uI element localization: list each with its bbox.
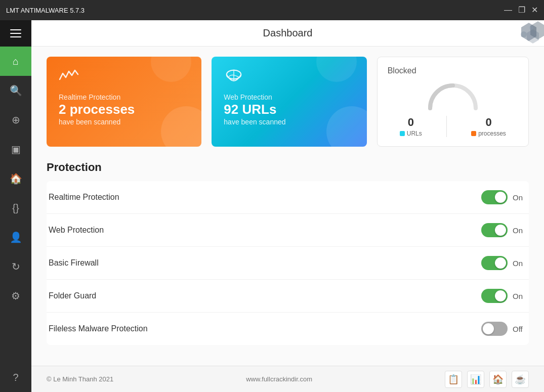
processes-dot [471, 131, 476, 136]
blocked-processes-label: processes [471, 130, 506, 137]
search-icon: 🔍 [10, 84, 22, 97]
footer-copyright: © Le Minh Thanh 2021 [47, 375, 113, 383]
footer: © Le Minh Thanh 2021 www.fullcrackindir.… [31, 366, 544, 392]
protection-realtime-name: Realtime Protection [49, 193, 119, 202]
page-title: Dashboard [263, 27, 313, 39]
sidebar-item-help[interactable]: ? [0, 363, 31, 392]
realtime-label: Realtime Protection [59, 93, 189, 101]
protection-web-name: Web Protection [49, 226, 104, 235]
sidebar-nav: ⌂ 🔍 ⊕ ▣ 🏠 {} 👤 ↻ ⚙ [0, 47, 31, 363]
svg-point-4 [529, 26, 533, 30]
title-bar: LMT ANTIMALWARE 5.7.3 — ❐ ✕ [0, 0, 544, 20]
user-icon: 👤 [10, 231, 22, 243]
sidebar: ⌂ 🔍 ⊕ ▣ 🏠 {} 👤 ↻ ⚙ [0, 20, 31, 392]
sidebar-item-settings[interactable]: ⚙ [0, 281, 31, 311]
footer-icons: 📋 📊 🏠 ☕ [445, 371, 529, 388]
header-decoration [478, 20, 544, 47]
sidebar-item-code[interactable]: {} [0, 193, 31, 223]
sidebar-item-protection[interactable]: 🏠 [0, 164, 31, 193]
realtime-icon [59, 68, 189, 89]
chart-icon: 📊 [470, 374, 481, 385]
home-icon: ⌂ [13, 56, 19, 67]
main-content: Dashboard [31, 20, 544, 392]
sidebar-item-device[interactable]: ▣ [0, 135, 31, 164]
web-toggle-status: On [513, 226, 527, 235]
web-toggle-thumb [495, 225, 506, 236]
protection-fileless-name: Fileless Malware Protection [49, 324, 148, 333]
web-icon [224, 68, 354, 89]
blocked-card: Blocked 0 URLs [377, 57, 529, 147]
web-sub: have been scanned [224, 118, 354, 126]
protection-item-realtime: Realtime Protection On [47, 181, 529, 214]
help-icon: ? [13, 372, 18, 383]
device-icon: ▣ [11, 143, 21, 155]
realtime-sub: have been scanned [59, 118, 189, 126]
footer-home-button[interactable]: 🏠 [489, 371, 507, 388]
realtime-protection-card: Realtime Protection 2 processes have bee… [47, 57, 201, 147]
protection-folder-right: On [481, 289, 527, 303]
svg-point-3 [521, 31, 527, 37]
footer-coffee-button[interactable]: ☕ [512, 371, 529, 388]
settings-icon: ⚙ [11, 290, 20, 302]
main-header: Dashboard [31, 20, 544, 47]
shield-icon: 🏠 [10, 172, 22, 185]
protection-item-web: Web Protection On [47, 214, 529, 247]
fileless-toggle[interactable] [481, 322, 508, 336]
realtime-toggle-thumb [495, 192, 506, 203]
blocked-urls-count: 0 [408, 116, 414, 129]
minimize-button[interactable]: — [504, 6, 512, 14]
protection-firewall-name: Basic Firewall [49, 258, 99, 268]
web-protection-card: Web Protection 92 URLs have been scanned [212, 57, 366, 147]
app-wrapper: ⌂ 🔍 ⊕ ▣ 🏠 {} 👤 ↻ ⚙ [0, 20, 544, 392]
sidebar-item-target[interactable]: ⊕ [0, 105, 31, 135]
blocked-stats: 0 URLs 0 processes [388, 116, 518, 137]
folder-toggle-status: On [513, 292, 527, 300]
protection-web-right: On [481, 223, 527, 237]
blocked-urls-stat: 0 URLs [400, 116, 422, 137]
footer-notes-button[interactable]: 📋 [445, 371, 462, 388]
protection-item-firewall: Basic Firewall On [47, 247, 529, 280]
protection-firewall-right: On [481, 256, 527, 270]
protection-list: Realtime Protection On Web Protection [47, 181, 529, 345]
protection-realtime-right: On [481, 190, 527, 204]
stats-row: Realtime Protection 2 processes have bee… [47, 57, 529, 147]
sidebar-hamburger-button[interactable] [0, 20, 31, 47]
notes-icon: 📋 [448, 374, 459, 385]
blocked-urls-label: URLs [400, 130, 422, 137]
protection-item-fileless: Fileless Malware Protection Off [47, 313, 529, 345]
realtime-toggle[interactable] [481, 190, 508, 204]
firewall-toggle-status: On [513, 259, 527, 268]
footer-chart-button[interactable]: 📊 [467, 371, 484, 388]
sidebar-item-search[interactable]: 🔍 [0, 76, 31, 105]
realtime-toggle-status: On [513, 193, 527, 202]
protection-item-folder: Folder Guard On [47, 280, 529, 313]
footer-website: www.fullcrackindir.com [246, 375, 312, 383]
hex-decoration-svg [478, 20, 544, 47]
coffee-icon: ☕ [515, 374, 526, 385]
web-label: Web Protection [224, 93, 354, 101]
blocked-processes-stat: 0 processes [471, 116, 506, 137]
sidebar-item-user[interactable]: 👤 [0, 223, 31, 252]
target-icon: ⊕ [12, 114, 20, 126]
firewall-toggle-thumb [495, 257, 506, 269]
content-area: Realtime Protection 2 processes have bee… [31, 47, 544, 366]
history-icon: ↻ [12, 260, 20, 273]
protection-fileless-right: Off [481, 322, 527, 336]
fileless-toggle-status: Off [513, 325, 527, 333]
web-toggle[interactable] [481, 223, 508, 237]
folder-toggle-thumb [495, 290, 506, 301]
gauge-svg [425, 80, 481, 111]
maximize-button[interactable]: ❐ [518, 6, 525, 14]
hamburger-icon [10, 29, 21, 37]
folder-toggle[interactable] [481, 289, 508, 303]
footer-home-icon: 🏠 [492, 374, 504, 385]
close-button[interactable]: ✕ [531, 6, 538, 14]
app-title: LMT ANTIMALWARE 5.7.3 [6, 7, 85, 14]
sidebar-item-history[interactable]: ↻ [0, 252, 31, 281]
firewall-toggle[interactable] [481, 256, 508, 270]
web-value: 92 URLs [224, 102, 354, 117]
protection-section-title: Protection [47, 161, 529, 174]
blocked-processes-count: 0 [485, 116, 491, 129]
blocked-gauge [388, 80, 518, 111]
sidebar-item-home[interactable]: ⌂ [0, 47, 31, 76]
